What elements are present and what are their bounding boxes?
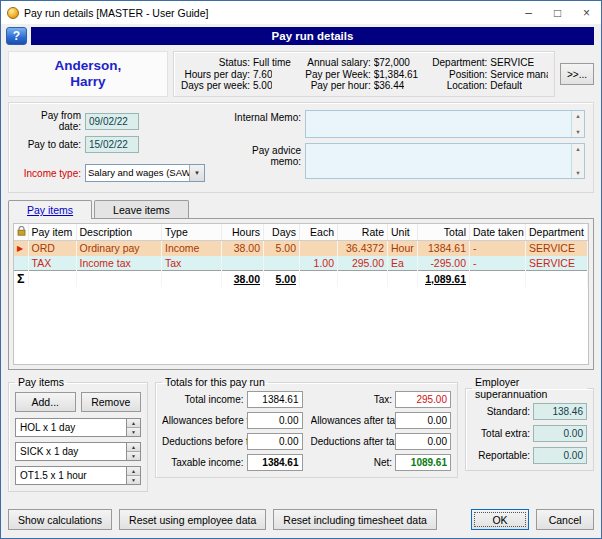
cell-total: -295.00 xyxy=(418,256,470,271)
window-title: Pay run details [MASTER - User Guide] xyxy=(24,7,514,19)
scrollbar[interactable]: ▲▼ xyxy=(571,111,584,137)
income-type-value: Salary and wages (SAW) xyxy=(86,165,189,181)
employee-summary: Anderson, Harry Status:Full time Hours p… xyxy=(8,51,594,97)
stepper: ▲ ▼ xyxy=(126,467,140,484)
col-each[interactable]: Each xyxy=(300,224,338,241)
scrollbar[interactable]: ▲▼ xyxy=(571,144,584,178)
spin-up-icon[interactable]: ▲ xyxy=(127,467,140,476)
col-type[interactable]: Type xyxy=(162,224,222,241)
quick-item-ot15[interactable]: OT1.5 x 1 hour ▲ ▼ xyxy=(15,466,141,485)
employer-superannuation-box: Employer superannuation Standard:138.46 … xyxy=(465,376,594,471)
total-income-label: Total income: xyxy=(162,394,247,405)
cell-description: Income tax xyxy=(76,256,162,271)
allowances-before-tax-value: 0.00 xyxy=(247,412,303,429)
pay-from-date-field[interactable] xyxy=(85,113,139,130)
pay-items-tab-panel: Pay item Description Type Hours Days Eac… xyxy=(8,218,594,370)
employee-name-line2: Harry xyxy=(70,74,105,90)
deductions-before-tax-label: Deductions before tax: xyxy=(162,436,247,447)
total-extra-label: Total extra: xyxy=(472,428,533,439)
days-per-week-value: 5.00 xyxy=(253,80,272,91)
annual-salary-label: Annual salary: xyxy=(305,57,371,68)
add-pay-item-button[interactable]: Add... xyxy=(15,392,76,412)
spin-down-icon[interactable]: ▼ xyxy=(127,452,140,460)
scroll-down-icon: ▼ xyxy=(575,170,580,176)
allowances-after-tax-label: Allowances after tax: xyxy=(311,415,396,426)
tab-pay-items[interactable]: Pay items xyxy=(8,200,92,219)
quick-item-hol[interactable]: HOL x 1 day ▲ ▼ xyxy=(15,418,141,437)
cell-pay-item: TAX xyxy=(28,256,76,271)
status-value: Full time xyxy=(253,57,291,68)
remove-pay-item-button[interactable]: Remove xyxy=(81,392,142,412)
annual-salary-value: $72,000 xyxy=(374,57,410,68)
col-total[interactable]: Total xyxy=(418,224,470,241)
tab-leave-items[interactable]: Leave items xyxy=(94,200,189,218)
col-hours[interactable]: Hours xyxy=(222,224,264,241)
total-extra-value: 0.00 xyxy=(533,425,587,442)
col-unit[interactable]: Unit xyxy=(388,224,418,241)
spin-up-icon[interactable]: ▲ xyxy=(127,419,140,428)
cell-date-taken: - xyxy=(470,256,526,271)
cancel-button[interactable]: Cancel xyxy=(536,509,594,530)
ok-button[interactable]: OK xyxy=(471,509,529,530)
table-row-tax[interactable]: TAX Income tax Tax 1.00 295.00 Ea -295.0… xyxy=(14,256,588,271)
deductions-before-tax-value: 0.00 xyxy=(247,433,303,450)
pay-advice-memo-field[interactable]: ▲▼ xyxy=(305,143,585,179)
quick-item-sick[interactable]: SICK x 1 day ▲ ▼ xyxy=(15,442,141,461)
app-icon xyxy=(7,7,19,19)
table-row-ord[interactable]: ▶ ORD Ordinary pay Income 38.00 5.00 36.… xyxy=(14,241,588,256)
reset-using-employee-data-button[interactable]: Reset using employee data xyxy=(119,509,266,530)
help-icon: ? xyxy=(13,29,20,43)
col-rate[interactable]: Rate xyxy=(338,224,388,241)
pay-to-date-field[interactable] xyxy=(85,136,139,153)
reset-including-timesheet-data-button[interactable]: Reset including timesheet data xyxy=(273,509,437,530)
close-icon: × xyxy=(583,6,590,20)
cell-type: Tax xyxy=(162,256,222,271)
pay-per-hour-value: $36.44 xyxy=(374,80,405,91)
scroll-up-icon: ▲ xyxy=(575,113,580,119)
net-label: Net: xyxy=(311,457,396,468)
col-description[interactable]: Description xyxy=(76,224,162,241)
employee-info-col3: Department:SERVICE Position:Service mana… xyxy=(429,57,548,91)
sum-hours: 38.00 xyxy=(222,271,264,288)
scroll-down-icon: ▼ xyxy=(575,129,580,135)
cell-days: 5.00 xyxy=(264,241,300,256)
cell-pay-item: ORD xyxy=(28,241,76,256)
stepper: ▲ ▼ xyxy=(126,419,140,436)
spin-down-icon[interactable]: ▼ xyxy=(127,476,140,484)
spin-down-icon[interactable]: ▼ xyxy=(127,428,140,436)
more-details-button[interactable]: >>... xyxy=(560,63,594,85)
total-income-value: 1384.61 xyxy=(247,391,303,408)
days-per-week-label: Days per week: xyxy=(180,80,250,91)
allowances-before-tax-label: Allowances before tax: xyxy=(162,415,247,426)
pay-per-week-value: $1,384.61 xyxy=(374,69,419,80)
row-marker xyxy=(14,256,28,271)
internal-memo-field[interactable]: ▲▼ xyxy=(305,110,585,138)
col-pay-item[interactable]: Pay item xyxy=(28,224,76,241)
spin-up-icon[interactable]: ▲ xyxy=(127,443,140,452)
totals-box: Totals for this pay run Total income:138… xyxy=(155,376,458,478)
internal-memo-label: Internal Memo: xyxy=(219,110,305,138)
employee-info-col1: Status:Full time Hours per day:7.60 Days… xyxy=(180,57,299,91)
pay-from-date-label: Pay from date: xyxy=(17,110,85,132)
minimize-button[interactable]: – xyxy=(514,1,543,24)
income-type-select[interactable]: Salary and wages (SAW) ▼ xyxy=(85,164,205,182)
table-header-row: Pay item Description Type Hours Days Eac… xyxy=(14,224,588,241)
show-calculations-button[interactable]: Show calculations xyxy=(8,509,112,530)
sum-total: 1,089.61 xyxy=(418,271,470,288)
hours-per-day-label: Hours per day: xyxy=(180,69,250,80)
maximize-button[interactable]: □ xyxy=(543,1,572,24)
pay-per-hour-label: Pay per hour: xyxy=(305,80,371,91)
employee-info-col2: Annual salary:$72,000 Pay per Week:$1,38… xyxy=(305,57,424,91)
taxable-income-value: 1384.61 xyxy=(247,454,303,471)
close-button[interactable]: × xyxy=(572,1,601,24)
col-department[interactable]: Department xyxy=(526,224,588,241)
tax-value: 295.00 xyxy=(395,391,451,408)
footer-spacer xyxy=(444,509,464,530)
col-days[interactable]: Days xyxy=(264,224,300,241)
dialog-header-row: ? Pay run details xyxy=(1,24,601,47)
help-button[interactable]: ? xyxy=(6,27,27,45)
window-controls: – □ × xyxy=(514,1,601,24)
col-date-taken[interactable]: Date taken xyxy=(470,224,526,241)
employee-name: Anderson, Harry xyxy=(8,51,168,97)
cell-rate: 295.00 xyxy=(338,256,388,271)
